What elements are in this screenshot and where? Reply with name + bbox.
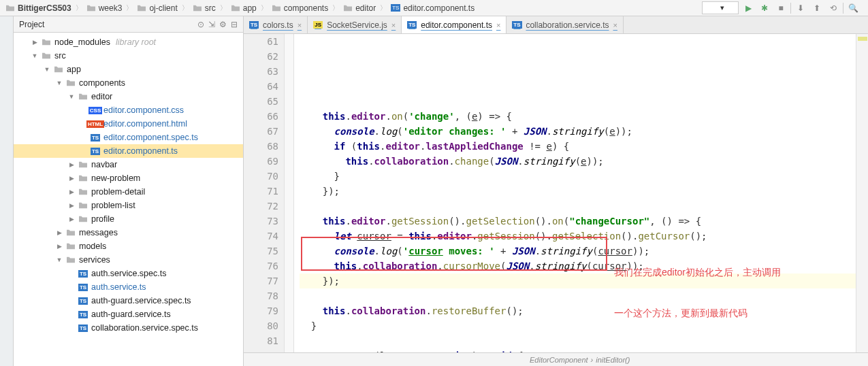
tree-item[interactable]: ▶navbar (14, 158, 243, 171)
folder-icon (193, 4, 202, 12)
tree-item[interactable]: ▶messages (14, 226, 243, 239)
tree-item[interactable]: TSauth.service.spec.ts (14, 267, 243, 280)
code-line[interactable]: if (this.editor.lastAppliedChange != e) … (300, 139, 856, 154)
editor-tab[interactable]: TScollaboration.service.ts× (507, 16, 624, 33)
tree-label: auth-guard.service.ts (91, 310, 171, 319)
run-icon[interactable]: ▶ (741, 1, 755, 15)
code-line[interactable]: setLanguage(language: string): void { (300, 348, 856, 352)
breadcrumb-item[interactable]: TSeditor.component.ts (388, 2, 477, 14)
code-line[interactable]: } (300, 169, 856, 184)
error-stripe[interactable] (856, 34, 868, 352)
tree-arrow-icon[interactable]: ▶ (68, 161, 75, 168)
tree-item[interactable]: ▶problem-detail (14, 185, 243, 199)
settings-icon[interactable]: ⚙ (219, 20, 227, 29)
breadcrumb-item[interactable]: BittigerCS503 (3, 2, 74, 14)
folder-icon (78, 215, 88, 223)
tree-item[interactable]: ▶models (14, 239, 243, 253)
breadcrumb-item[interactable]: week3 (84, 2, 125, 14)
hide-icon[interactable]: ⊟ (231, 20, 238, 29)
tree-arrow-icon[interactable]: ▶ (56, 229, 63, 236)
tree-item[interactable]: ▶problem-list (14, 199, 243, 212)
tree-item[interactable]: HTMLeditor.component.html (14, 117, 243, 131)
ts-file-icon: TS (512, 21, 521, 29)
left-gutter-tabs[interactable] (0, 16, 14, 366)
fold-gutter[interactable] (285, 34, 294, 352)
folder-icon (78, 188, 88, 196)
tree-item[interactable]: TSeditor.component.spec.ts (14, 131, 243, 144)
tree-arrow-icon[interactable]: ▼ (56, 80, 63, 86)
line-gutter: 6162636465666768697071727374757677787980… (244, 34, 285, 352)
tree-item[interactable]: ▼src (14, 49, 243, 63)
tree-arrow-icon[interactable]: ▶ (68, 175, 75, 182)
tree-label: problem-list (91, 201, 135, 210)
folder-icon (42, 38, 51, 46)
close-icon[interactable]: × (391, 21, 396, 29)
stop-icon[interactable]: ■ (774, 1, 788, 15)
tree-label: components (79, 78, 125, 88)
close-icon[interactable]: × (298, 21, 302, 29)
code-area[interactable]: this.editor.on('change', (e) => { consol… (294, 34, 856, 352)
run-config-dropdown[interactable]: ▾ (702, 1, 739, 14)
tree-arrow-icon[interactable]: ▶ (68, 188, 75, 195)
breadcrumbs: BittigerCS503〉week3〉oj-client〉src〉app〉co… (3, 2, 702, 14)
breadcrumb-item[interactable]: editor (340, 2, 379, 14)
vcs-update-icon[interactable]: ⬇ (794, 1, 807, 15)
tree-label: node_modules (54, 37, 110, 47)
tree-arrow-icon[interactable]: ▼ (56, 256, 63, 263)
tree-arrow-icon[interactable]: ▼ (31, 52, 38, 59)
breadcrumb-item[interactable]: components (269, 2, 331, 14)
code-line[interactable]: this.editor.getSession().getSelection().… (300, 214, 856, 229)
code-line[interactable]: this.editor.on('change', (e) => { (300, 109, 856, 124)
debug-icon[interactable]: ✱ (758, 1, 771, 15)
editor-body[interactable]: 6162636465666768697071727374757677787980… (244, 34, 868, 352)
code-line[interactable] (300, 199, 856, 214)
tree-item[interactable]: TSeditor.component.ts (14, 144, 243, 158)
breadcrumb-item[interactable]: oj-client (134, 2, 180, 14)
tree-item[interactable]: ▼services (14, 253, 243, 267)
collapse-icon[interactable]: ⇲ (208, 20, 215, 29)
code-line[interactable]: this.collaboration.change(JSON.stringify… (300, 154, 856, 169)
tree-item[interactable]: TSauth-guard.service.spec.ts (14, 294, 243, 307)
code-line[interactable]: }); (300, 184, 856, 199)
tree-item[interactable]: ▼components (14, 76, 243, 90)
tree-label: auth-guard.service.spec.ts (91, 296, 191, 305)
tree-item[interactable]: ▶node_moduleslibrary root (14, 35, 243, 49)
breadcrumb-item[interactable]: src (190, 2, 219, 14)
tree-label: models (79, 242, 106, 251)
editor-tab[interactable]: TSeditor.component.ts× (402, 16, 507, 33)
folder-icon (137, 4, 146, 12)
folder-icon (66, 242, 76, 250)
tree-item[interactable]: TSauth-guard.service.ts (14, 307, 243, 321)
history-icon[interactable]: ⟲ (826, 1, 840, 15)
ts-file-icon: TS (78, 270, 88, 278)
tree-arrow-icon[interactable]: ▶ (31, 39, 38, 46)
vcs-commit-icon[interactable]: ⬆ (810, 1, 824, 15)
tree-item[interactable]: ▶new-problem (14, 171, 243, 185)
tree-item[interactable]: ▼editor (14, 90, 243, 103)
project-tree[interactable]: ▶node_moduleslibrary root▼src▼app▼compon… (14, 33, 243, 366)
tree-item[interactable]: ▶profile (14, 212, 243, 226)
top-bar: BittigerCS503〉week3〉oj-client〉src〉app〉co… (0, 0, 868, 16)
status-method[interactable]: initEditor() (596, 356, 630, 364)
tree-arrow-icon[interactable]: ▼ (68, 93, 75, 100)
tree-arrow-icon[interactable]: ▶ (56, 243, 63, 250)
editor-tab[interactable]: JSSocketService.js× (308, 16, 402, 33)
tree-label: messages (79, 228, 118, 237)
tree-item[interactable]: TSauth.service.ts (14, 280, 243, 294)
tree-item[interactable]: ▼app (14, 63, 243, 76)
tree-item[interactable]: TScollaboration.service.spec.ts (14, 321, 243, 335)
tree-arrow-icon[interactable]: ▼ (44, 66, 50, 73)
editor-tab[interactable]: TScolors.ts× (244, 16, 308, 33)
locate-icon[interactable]: ⊙ (197, 20, 204, 29)
code-line[interactable]: console.log('editor changes: ' + JSON.st… (300, 124, 856, 139)
code-line[interactable] (300, 94, 856, 109)
close-icon[interactable]: × (613, 21, 617, 29)
tree-arrow-icon[interactable]: ▶ (68, 216, 75, 222)
tree-label: src (54, 51, 66, 61)
breadcrumb-item[interactable]: app (228, 2, 259, 14)
close-icon[interactable]: × (496, 21, 500, 29)
status-class[interactable]: EditorComponent (530, 356, 588, 364)
search-icon[interactable]: 🔍 (846, 1, 860, 15)
tree-arrow-icon[interactable]: ▶ (68, 202, 75, 209)
tree-item[interactable]: CSSeditor.component.css (14, 103, 243, 117)
